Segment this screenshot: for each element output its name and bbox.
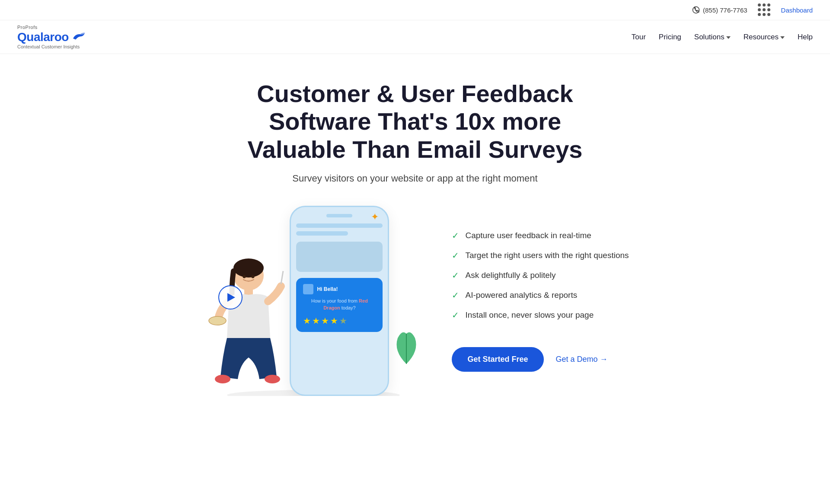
phone-number: (855) 776-7763 [703,6,747,14]
feature-item-3: ✓ Ask delightfully & politely [452,270,629,281]
nav-pricing[interactable]: Pricing [659,33,681,41]
nav-tour[interactable]: Tour [632,33,646,41]
logo-qualaroo[interactable]: Qualaroo [17,30,86,44]
feature-item-1: ✓ Capture user feedback in real-time [452,230,629,241]
survey-greeting: Hi Bella! [317,286,338,292]
hero-subtitle: Survey visitors on your website or app a… [17,173,813,184]
feature-text-1: Capture user feedback in real-time [465,231,591,240]
svg-point-7 [209,316,226,325]
check-icon-2: ✓ [452,250,459,261]
svg-point-8 [215,375,230,383]
survey-question: How is your food from Red Dragon today? [303,298,376,311]
feature-text-2: Target the right users with the right qu… [465,251,629,260]
cta-row: Get Started Free Get a Demo → [452,347,629,372]
check-icon-5: ✓ [452,310,459,320]
features-list: ✓ Capture user feedback in real-time ✓ T… [452,230,629,372]
get-started-button[interactable]: Get Started Free [452,347,543,372]
phone-content-block [296,242,383,272]
feature-text-4: AI-powered analytics & reports [465,290,577,300]
feature-item-4: ✓ AI-powered analytics & reports [452,290,629,300]
check-icon-3: ✓ [452,270,459,281]
survey-header: Hi Bella! [303,284,376,294]
feature-item-5: ✓ Install once, never slows your page [452,310,629,320]
logo-proprofs: ProProfs [17,25,38,30]
feature-text-5: Install once, never slows your page [465,310,594,320]
hero-section: Customer & User Feedback Software That's… [0,54,830,396]
play-triangle-icon [227,293,235,302]
star-5: ★ [339,316,347,326]
star-2: ★ [312,316,320,326]
star-4: ★ [330,316,338,326]
nav-help[interactable]: Help [798,33,813,41]
nav-solutions[interactable]: Solutions [694,33,731,41]
survey-avatar [303,284,313,294]
nav-links: Tour Pricing Solutions Resources Help [632,33,813,41]
phone-line-1 [296,223,383,228]
dashboard-link[interactable]: Dashboard [781,6,813,14]
main-nav: ProProfs Qualaroo Contextual Customer In… [0,20,830,54]
check-icon-4: ✓ [452,290,459,300]
svg-point-10 [243,275,246,278]
svg-line-6 [281,271,283,284]
logo-bird-icon [70,31,86,41]
nav-resources[interactable]: Resources [744,33,785,41]
svg-point-4 [233,258,264,278]
svg-point-9 [265,375,280,383]
feature-item-2: ✓ Target the right users with the right … [452,250,629,261]
feature-text-3: Ask delightfully & politely [465,271,555,280]
phone-mockup: ✦ Hi Bella! How is your food from Red Dr… [290,206,389,396]
phone-area: ✦ Hi Bella! How is your food from Red Dr… [201,206,426,396]
get-demo-link[interactable]: Get a Demo → [556,355,608,364]
chevron-down-icon [780,36,785,39]
phone-notch [326,214,352,217]
person-illustration [205,252,292,396]
phone-line-2 [296,231,348,236]
topbar-phone: (855) 776-7763 [692,6,747,14]
chevron-down-icon [726,36,731,39]
phone-survey-card: Hi Bella! How is your food from Red Drag… [296,278,383,332]
leaf-right-decoration [389,325,424,370]
topbar: (855) 776-7763 Dashboard [0,0,830,20]
spark-decoration: ✦ [371,211,379,223]
svg-point-11 [252,275,255,278]
logo-area: ProProfs Qualaroo Contextual Customer In… [17,25,86,49]
check-icon-1: ✓ [452,230,459,241]
logo-tagline: Contextual Customer Insights [17,44,80,49]
star-3: ★ [321,316,329,326]
hero-title: Customer & User Feedback Software That's… [220,80,610,163]
logo-text: Qualaroo [17,30,69,44]
grid-icon[interactable] [758,3,771,16]
phone-icon [692,6,700,14]
hero-content: ✦ Hi Bella! How is your food from Red Dr… [112,206,718,396]
star-rating: ★ ★ ★ ★ ★ [303,316,376,326]
star-1: ★ [303,316,311,326]
